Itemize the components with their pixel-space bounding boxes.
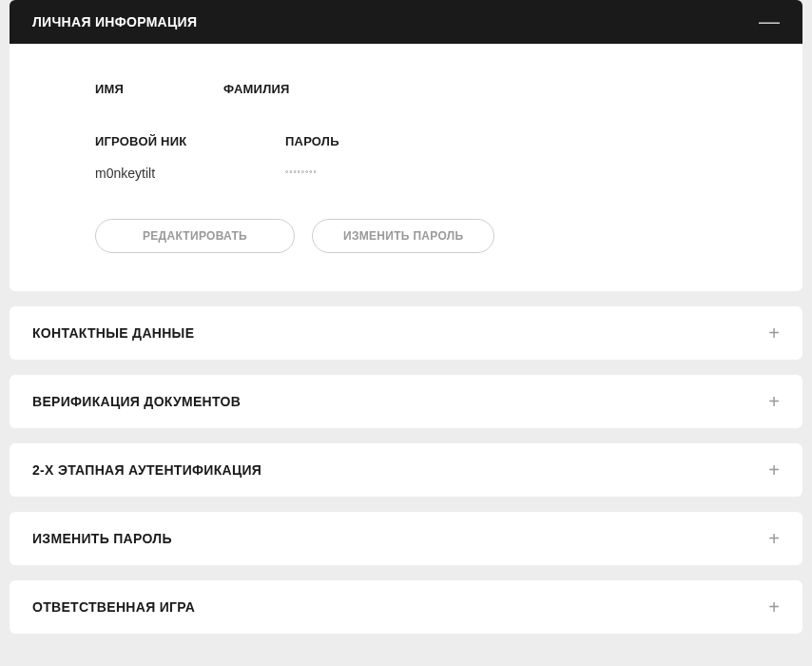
first-name-label: ИМЯ [95, 82, 204, 96]
personal-info-body: ИМЯ ФАМИЛИЯ ИГРОВОЙ НИК m0nkeytilt ПАРОЛ… [10, 44, 802, 291]
responsible-gaming-header[interactable]: ОТВЕТСТВЕННАЯ ИГРА + [10, 580, 802, 634]
expand-icon: + [768, 597, 780, 617]
name-row: ИМЯ ФАМИЛИЯ [95, 82, 717, 96]
expand-icon: + [768, 323, 780, 343]
personal-info-title: ЛИЧНАЯ ИНФОРМАЦИЯ [32, 14, 197, 29]
document-verification-header[interactable]: ВЕРИФИКАЦИЯ ДОКУМЕНТОВ + [10, 375, 802, 428]
contact-details-panel: КОНТАКТНЫЕ ДАННЫЕ + [10, 306, 802, 360]
collapse-icon: — [759, 11, 780, 32]
expand-icon: + [768, 392, 780, 411]
contact-details-header[interactable]: КОНТАКТНЫЕ ДАННЫЕ + [10, 306, 802, 360]
nickname-label: ИГРОВОЙ НИК [95, 134, 266, 148]
button-row: РЕДАКТИРОВАТЬ ИЗМЕНИТЬ ПАРОЛЬ [95, 219, 717, 253]
responsible-gaming-title: ОТВЕТСТВЕННАЯ ИГРА [32, 599, 195, 615]
last-name-label: ФАМИЛИЯ [223, 82, 395, 96]
change-password-panel: ИЗМЕНИТЬ ПАРОЛЬ + [10, 512, 802, 565]
change-password-button[interactable]: ИЗМЕНИТЬ ПАРОЛЬ [312, 219, 494, 253]
first-name-field: ИМЯ [95, 82, 204, 96]
document-verification-panel: ВЕРИФИКАЦИЯ ДОКУМЕНТОВ + [10, 375, 802, 428]
nickname-field: ИГРОВОЙ НИК m0nkeytilt [95, 134, 266, 181]
expand-icon: + [768, 529, 780, 548]
password-label: ПАРОЛЬ [285, 134, 456, 148]
password-value: °°°°°°°° [285, 169, 456, 178]
password-field: ПАРОЛЬ °°°°°°°° [285, 134, 456, 181]
two-factor-panel: 2-Х ЭТАПНАЯ АУТЕНТИФИКАЦИЯ + [10, 443, 802, 497]
nickname-value: m0nkeytilt [95, 166, 266, 181]
credentials-row: ИГРОВОЙ НИК m0nkeytilt ПАРОЛЬ °°°°°°°° [95, 134, 717, 181]
change-password-title: ИЗМЕНИТЬ ПАРОЛЬ [32, 531, 172, 546]
personal-info-header[interactable]: ЛИЧНАЯ ИНФОРМАЦИЯ — [10, 0, 802, 44]
expand-icon: + [768, 460, 780, 480]
personal-info-panel: ЛИЧНАЯ ИНФОРМАЦИЯ — ИМЯ ФАМИЛИЯ ИГРОВОЙ … [10, 0, 802, 291]
change-password-header[interactable]: ИЗМЕНИТЬ ПАРОЛЬ + [10, 512, 802, 565]
responsible-gaming-panel: ОТВЕТСТВЕННАЯ ИГРА + [10, 580, 802, 634]
last-name-field: ФАМИЛИЯ [223, 82, 395, 96]
document-verification-title: ВЕРИФИКАЦИЯ ДОКУМЕНТОВ [32, 394, 241, 409]
two-factor-title: 2-Х ЭТАПНАЯ АУТЕНТИФИКАЦИЯ [32, 462, 261, 478]
two-factor-header[interactable]: 2-Х ЭТАПНАЯ АУТЕНТИФИКАЦИЯ + [10, 443, 802, 497]
contact-details-title: КОНТАКТНЫЕ ДАННЫЕ [32, 325, 194, 341]
edit-button[interactable]: РЕДАКТИРОВАТЬ [95, 219, 295, 253]
